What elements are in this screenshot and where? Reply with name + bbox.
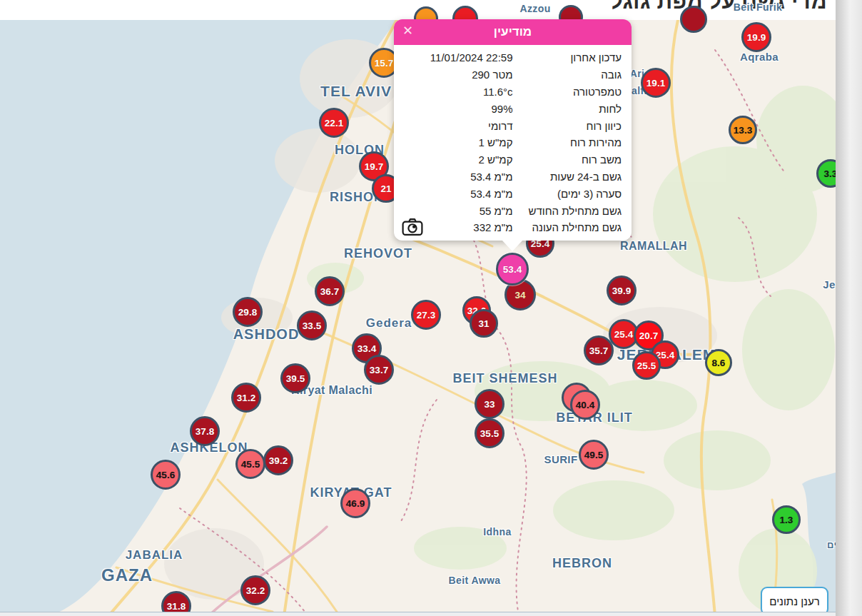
popup-row-label: טמפרטורה xyxy=(573,86,622,98)
rain-marker[interactable]: 1.3 xyxy=(772,505,801,534)
rain-marker[interactable]: 39.5 xyxy=(280,363,310,393)
popup-row-label: גובה xyxy=(601,69,622,81)
rain-marker[interactable]: 31.2 xyxy=(231,383,261,413)
popup-row-label: משב רוח xyxy=(582,153,622,166)
refresh-data-button[interactable]: רענן נתונים xyxy=(761,587,828,615)
rain-marker[interactable]: 13.3 xyxy=(729,116,757,144)
popup-title: מודיעין xyxy=(494,25,532,39)
popup-row-label: גשם מתחילת העונה xyxy=(532,221,622,233)
popup-row: גובה290 מטר xyxy=(404,66,622,84)
rain-marker[interactable]: 27.3 xyxy=(411,300,441,330)
rain-marker[interactable]: 33.7 xyxy=(364,355,394,385)
rain-marker[interactable]: 31.8 xyxy=(161,591,191,612)
popup-row: גשם ב-24 שעות53.4 מ"מ xyxy=(404,168,622,186)
popup-row-value: 99% xyxy=(404,103,513,115)
rain-marker[interactable]: 39.2 xyxy=(263,445,293,475)
camera-icon[interactable] xyxy=(401,217,424,237)
rain-marker[interactable]: 19.9 xyxy=(741,22,771,52)
popup-row: גשם מתחילת החודש55 מ"מ xyxy=(404,202,622,219)
popup-row-value: דרומי xyxy=(404,120,513,132)
popup-row: סערה (3 ימים)53.4 מ"מ xyxy=(404,185,622,202)
popup-row-value: 11.6°c xyxy=(404,86,513,98)
rain-marker[interactable]: 49.5 xyxy=(579,440,609,470)
rain-marker[interactable]: 45.5 xyxy=(235,449,265,479)
popup-row-value: 53.4 מ"מ xyxy=(404,188,513,200)
close-icon[interactable]: ✕ xyxy=(402,24,413,39)
rain-marker[interactable]: 53.4 xyxy=(496,253,529,286)
horizontal-scrollbar[interactable] xyxy=(0,612,836,616)
rain-marker[interactable]: 37.8 xyxy=(190,416,220,446)
popup-row-label: כיוון רוח xyxy=(587,120,622,132)
rain-marker[interactable]: 39.9 xyxy=(607,276,637,306)
rain-marker[interactable]: 35.5 xyxy=(475,418,504,448)
rain-marker[interactable]: 33 xyxy=(475,389,504,419)
popup-row-value: 2 קמ"ש xyxy=(404,153,513,166)
rain-map-page: { "page": { "title": "מדי גשם על מפת גוג… xyxy=(0,0,862,616)
rain-marker[interactable] xyxy=(680,6,707,33)
popup-row: משב רוח2 קמ"ש xyxy=(404,151,622,168)
rain-marker[interactable]: 25.5 xyxy=(632,351,661,380)
rain-marker[interactable]: 45.6 xyxy=(151,460,181,490)
rain-marker[interactable]: 19.1 xyxy=(641,68,671,98)
popup-row: גשם מתחילת העונה332 מ"מ xyxy=(404,219,622,236)
rain-marker[interactable]: 22.1 xyxy=(319,108,349,138)
popup-pointer xyxy=(502,240,523,251)
popup-row-label: גשם מתחילת החודש xyxy=(529,205,622,217)
rain-marker[interactable]: 46.9 xyxy=(340,488,370,518)
rain-marker[interactable]: 31 xyxy=(470,309,498,338)
popup-row-label: מהירות רוח xyxy=(570,136,622,148)
rain-marker[interactable]: 33.5 xyxy=(297,310,327,340)
popup-row-label: עדכון אחרון xyxy=(570,51,622,64)
popup-row-value: 11/01/2024 22:59 xyxy=(404,51,513,64)
rain-marker[interactable]: 29.8 xyxy=(233,297,263,327)
popup-row-label: סערה (3 ימים) xyxy=(557,188,622,200)
popup-row-value: 290 מטר xyxy=(404,69,513,81)
rain-marker[interactable]: 32.2 xyxy=(240,575,270,605)
rain-marker[interactable]: 3.3 xyxy=(816,159,836,188)
popup-row-label: לחות xyxy=(599,103,622,115)
popup-row: טמפרטורה11.6°c xyxy=(404,84,622,101)
rain-marker[interactable]: 8.6 xyxy=(705,349,732,376)
popup-row: עדכון אחרון11/01/2024 22:59 xyxy=(404,49,622,66)
popup-rows: עדכון אחרון11/01/2024 22:59גובה290 מטרטמ… xyxy=(394,45,632,236)
rain-marker[interactable]: 36.7 xyxy=(315,276,345,306)
station-popup: ✕ מודיעין עדכון אחרון11/01/2024 22:59גוב… xyxy=(394,19,632,241)
rain-marker[interactable]: 35.7 xyxy=(584,335,614,365)
popup-row-value: 1 קמ"ש xyxy=(404,136,513,148)
vertical-scrollbar[interactable] xyxy=(836,0,862,616)
popup-row: לחות99% xyxy=(404,100,622,117)
popup-row-label: גשם ב-24 שעות xyxy=(550,171,622,183)
rain-marker[interactable]: 40.4 xyxy=(570,390,600,420)
popup-row-value: 53.4 מ"מ xyxy=(404,171,513,183)
popup-row-value: 55 מ"מ xyxy=(404,205,513,217)
popup-row: כיוון רוחדרומי xyxy=(404,117,622,134)
popup-row: מהירות רוח1 קמ"ש xyxy=(404,134,622,151)
popup-header: ✕ מודיעין xyxy=(394,19,632,45)
